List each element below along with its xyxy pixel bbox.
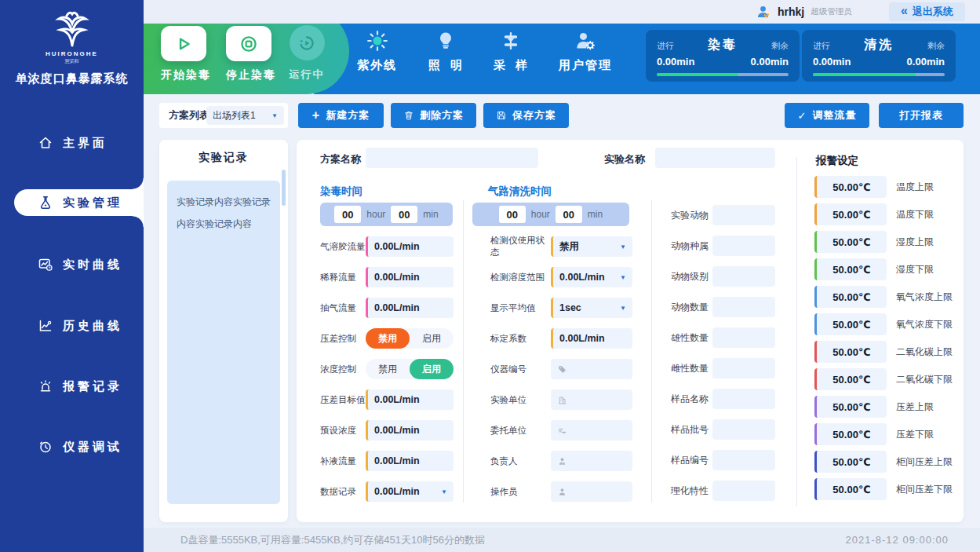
save-plan-button[interactable]: 保存方案 [483, 103, 569, 128]
user-management-button[interactable]: 用户管理 [559, 28, 612, 73]
alarm-threshold-input[interactable]: 50.00℃ [814, 451, 887, 473]
clean-minute-input[interactable]: 00 [556, 206, 582, 223]
alarm-threshold-input[interactable]: 50.00℃ [814, 341, 887, 363]
sidebar-item-experiment-management[interactable]: 实验管理 [14, 189, 144, 216]
plan-list-label: 方案列表 [169, 108, 209, 122]
experiment-records-panel: 实验记录 实验记录内容实验记录内容实验记录内容 [159, 140, 288, 522]
experiment-unit-input[interactable] [551, 389, 632, 410]
detector-status-select[interactable]: 禁用▼ [551, 236, 632, 257]
hand-icon [557, 426, 568, 436]
brand-logo: HUIRONGHE 慧荣和 单浓度口鼻暴露系统 [0, 0, 144, 86]
running-status-label: 运行中 [287, 68, 326, 82]
start-exposure-button[interactable] [161, 26, 206, 61]
detect-range-select[interactable]: 0.00L/min▼ [551, 267, 632, 287]
form-row: 检测溶度范围 0.00L/min▼ [490, 267, 632, 287]
alarm-threshold-label: 压差下限 [896, 428, 934, 441]
field-label: 操作员 [490, 486, 551, 498]
text-input[interactable] [712, 205, 775, 225]
toggle-enable-option[interactable]: 启用 [410, 328, 454, 349]
lighting-button[interactable]: 照明 [428, 28, 462, 73]
sidebar-item-instrument-debug[interactable]: 仪器调试 [0, 431, 144, 462]
text-input[interactable] [712, 419, 775, 440]
alarm-threshold-input[interactable]: 50.00℃ [814, 176, 887, 198]
alarm-threshold-input[interactable]: 50.00℃ [814, 286, 887, 308]
hour-unit-label: hour [366, 209, 385, 220]
exposure-time-section-title: 染毒时间 [320, 185, 362, 199]
text-input[interactable] [712, 236, 775, 256]
alarm-threshold-input[interactable]: 50.00℃ [814, 368, 887, 390]
dilution-flow-input[interactable]: 0.00L/min [366, 267, 454, 287]
data-record-select[interactable]: 0.00L/min▼ [366, 481, 454, 502]
alarm-threshold-label: 二氧化碳下限 [896, 373, 953, 386]
operator-input[interactable] [551, 481, 632, 502]
toggle-enable-option[interactable]: 启用 [410, 359, 454, 379]
experiment-name-input[interactable] [655, 148, 775, 168]
field-label: 样品名称 [671, 393, 712, 406]
client-unit-input[interactable] [551, 420, 632, 441]
person-in-charge-input[interactable] [551, 451, 632, 471]
clean-time-picker[interactable]: 00 hour 00 min [472, 203, 629, 226]
form-row: 抽气流量 0.00L/min [320, 298, 454, 318]
records-scrollbar[interactable] [282, 170, 286, 206]
average-display-select[interactable]: 1sec▼ [551, 298, 632, 318]
alarm-threshold-input[interactable]: 50.00℃ [814, 423, 887, 445]
clean-time-section-title: 气路清洗时间 [488, 185, 552, 199]
plan-name-input[interactable] [366, 148, 538, 168]
sampling-button[interactable]: 采样 [494, 28, 527, 73]
field-label: 样品编号 [671, 454, 712, 467]
logout-button[interactable]: « 退出系统 [889, 2, 965, 21]
form-row: 动物级别 [671, 266, 775, 287]
form-row: 操作员 [490, 481, 632, 502]
sidebar-item-alarm-records[interactable]: 报警记录 [0, 371, 144, 402]
alarm-threshold-input[interactable]: 50.00℃ [814, 258, 887, 280]
open-report-button[interactable]: 打开报表 [879, 103, 964, 128]
instrument-number-input[interactable] [551, 359, 632, 379]
sidebar-item-realtime-curve[interactable]: 实时曲线 [0, 249, 144, 280]
stop-exposure-button[interactable] [226, 26, 271, 61]
form-row: 仪器编号 [490, 359, 632, 379]
sidebar-item-main[interactable]: 主界面 [0, 127, 144, 159]
alarm-threshold-input[interactable]: 50.00℃ [814, 478, 887, 500]
new-plan-label: 新建方案 [326, 108, 370, 122]
text-input[interactable] [712, 450, 775, 470]
pressure-target-input[interactable]: 0.00L/min [366, 389, 454, 410]
liquid-refill-flow-input[interactable]: 0.00L/min [366, 451, 454, 471]
chevron-down-icon: ▼ [441, 488, 447, 495]
detector-settings-column: 检测仪使用状态 禁用▼ 检测溶度范围 0.00L/min▼ 显示平均值 1sec… [490, 236, 632, 502]
delete-plan-button[interactable]: 删除方案 [391, 103, 476, 128]
calibration-factor-input[interactable]: 0.00L/min [551, 328, 632, 349]
field-label: 雌性数量 [671, 362, 712, 375]
adjust-flow-button[interactable]: ✓ 调整流量 [785, 103, 869, 128]
text-input[interactable] [712, 481, 775, 501]
text-input[interactable] [712, 266, 775, 287]
preset-concentration-input[interactable]: 0.00L/min [366, 420, 454, 441]
plan-select-dropdown[interactable]: 出场列表1 ▼ [206, 106, 284, 125]
toggle-disable-option[interactable]: 禁用 [366, 328, 410, 349]
alarm-threshold-input[interactable]: 50.00℃ [814, 313, 887, 335]
start-exposure-label: 开始染毒 [161, 68, 206, 82]
column-divider [796, 157, 797, 506]
text-input[interactable] [712, 389, 775, 409]
clean-hour-input[interactable]: 00 [499, 206, 526, 223]
text-input[interactable] [712, 327, 775, 348]
sidebar-item-history-curve[interactable]: 历史曲线 [0, 310, 144, 342]
text-input[interactable] [712, 358, 775, 378]
uv-light-button[interactable]: 紫外线 [357, 28, 397, 73]
toggle-disable-option[interactable]: 禁用 [366, 359, 410, 379]
records-content[interactable]: 实验记录内容实验记录内容实验记录内容 [167, 181, 280, 504]
alarm-threshold-input[interactable]: 50.00℃ [814, 203, 887, 225]
text-input[interactable] [712, 297, 775, 317]
alarm-threshold-input[interactable]: 50.00℃ [814, 396, 887, 418]
new-plan-button[interactable]: + 新建方案 [298, 103, 384, 128]
form-row: 稀释流量 0.00L/min [320, 267, 454, 287]
exposure-hour-input[interactable]: 00 [334, 206, 361, 223]
exposure-minute-input[interactable]: 00 [391, 206, 417, 223]
home-icon [38, 135, 53, 151]
field-label: 抽气流量 [320, 302, 366, 314]
aerosol-flow-input[interactable]: 0.00L/min [366, 236, 454, 257]
form-row: 雄性数量 [671, 327, 775, 348]
alarm-threshold-input[interactable]: 50.00℃ [814, 231, 887, 253]
exposure-time-picker[interactable]: 00 hour 00 min [320, 203, 453, 226]
brand-name: HUIRONGHE [0, 50, 144, 57]
extraction-flow-input[interactable]: 0.00L/min [366, 298, 454, 318]
